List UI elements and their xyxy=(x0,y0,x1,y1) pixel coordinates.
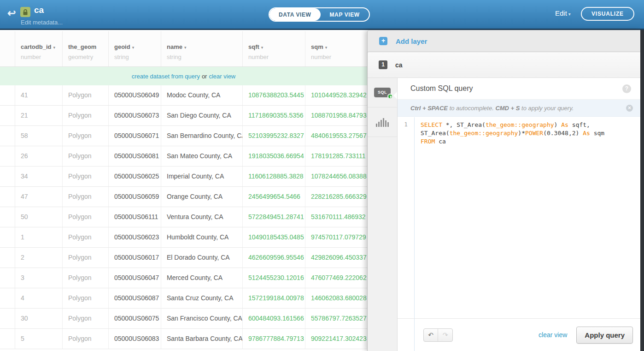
row-gutter-cell[interactable] xyxy=(0,167,15,186)
cell-name[interactable]: Humboldt County, CA xyxy=(161,227,243,247)
cell-the_geom[interactable]: Polygon xyxy=(63,85,109,105)
cell-cartodb_id[interactable]: 41 xyxy=(15,85,63,105)
cell-the_geom[interactable]: Polygon xyxy=(63,248,109,268)
row-gutter-cell[interactable] xyxy=(0,146,15,166)
close-icon[interactable]: ✕ xyxy=(626,105,633,112)
cell-cartodb_id[interactable]: 4 xyxy=(15,288,63,308)
help-icon[interactable]: ? xyxy=(622,84,631,93)
cell-sqft[interactable]: 1918035036.66954 xyxy=(243,146,305,166)
cell-geoid[interactable]: 05000US06073 xyxy=(109,106,161,125)
column-name[interactable]: the_geom xyxy=(68,43,96,50)
cell-cartodb_id[interactable]: 50 xyxy=(15,207,63,227)
column-header-the_geom[interactable]: the_geomgeometry xyxy=(63,31,109,66)
column-name[interactable]: sqm xyxy=(311,43,323,50)
clear-view-banner-link[interactable]: clear view xyxy=(209,73,235,80)
cell-cartodb_id[interactable]: 34 xyxy=(15,167,63,186)
cell-sqft[interactable]: 600484093.161566 xyxy=(243,309,305,328)
column-sort-caret-icon[interactable]: ▾ xyxy=(325,45,328,50)
row-gutter-cell[interactable] xyxy=(0,207,15,227)
cell-geoid[interactable]: 05000US06111 xyxy=(109,207,161,227)
cell-sqft[interactable]: 2456499654.5466 xyxy=(243,187,305,207)
cell-the_geom[interactable]: Polygon xyxy=(63,268,109,288)
cell-the_geom[interactable]: Polygon xyxy=(63,329,109,349)
cell-cartodb_id[interactable]: 21 xyxy=(15,106,63,125)
sql-code-editor[interactable]: 1 SELECT *, ST_Area(the_geom::geography)… xyxy=(398,117,640,318)
column-header-geoid[interactable]: geoid▾string xyxy=(109,31,161,66)
cell-name[interactable]: Imperial County, CA xyxy=(161,167,243,186)
tab-map-view[interactable]: MAP VIEW xyxy=(321,8,369,21)
cell-sqft[interactable]: 10876388203.5445 xyxy=(243,85,305,105)
cell-name[interactable]: San Diego County, CA xyxy=(161,106,243,125)
cell-geoid[interactable]: 05000US06083 xyxy=(109,329,161,349)
visualize-button[interactable]: VISUALIZE xyxy=(581,7,634,21)
column-name[interactable]: sqft xyxy=(248,43,259,50)
row-gutter-cell[interactable] xyxy=(0,106,15,125)
privacy-lock-icon[interactable] xyxy=(20,7,30,17)
cell-sqft[interactable]: 5722849451.28741 xyxy=(243,207,305,227)
tab-data-view[interactable]: DATA VIEW xyxy=(269,8,321,21)
cell-name[interactable]: San Francisco County, CA xyxy=(161,309,243,328)
row-gutter-cell[interactable] xyxy=(0,288,15,308)
cell-name[interactable]: San Mateo County, CA xyxy=(161,146,243,166)
dataset-title[interactable]: ca xyxy=(34,5,44,15)
cell-cartodb_id[interactable]: 3 xyxy=(15,268,63,288)
cell-the_geom[interactable]: Polygon xyxy=(63,146,109,166)
add-layer-plus-icon[interactable]: + xyxy=(379,37,387,45)
redo-button[interactable]: ↷ xyxy=(438,329,452,341)
cell-the_geom[interactable]: Polygon xyxy=(63,167,109,186)
cell-name[interactable]: San Bernardino County, CA xyxy=(161,126,243,146)
cell-name[interactable]: Santa Barbara County, CA xyxy=(161,329,243,349)
cell-the_geom[interactable]: Polygon xyxy=(63,227,109,247)
row-gutter-cell[interactable] xyxy=(0,248,15,268)
edit-metadata-link[interactable]: Edit metadata... xyxy=(21,19,63,26)
column-header-name[interactable]: name▾string xyxy=(161,31,243,66)
column-header-sqft[interactable]: sqft▾number xyxy=(243,31,305,66)
add-layer-button[interactable]: Add layer xyxy=(396,37,427,45)
cell-name[interactable]: Orange County, CA xyxy=(161,187,243,207)
cell-cartodb_id[interactable]: 58 xyxy=(15,126,63,146)
column-sort-caret-icon[interactable]: ▾ xyxy=(261,45,263,50)
row-gutter-cell[interactable] xyxy=(0,187,15,207)
cell-the_geom[interactable]: Polygon xyxy=(63,288,109,308)
row-gutter-cell[interactable] xyxy=(0,329,15,349)
cell-geoid[interactable]: 05000US06023 xyxy=(109,227,161,247)
create-dataset-from-query-link[interactable]: create dataset from query xyxy=(132,73,200,80)
cell-sqft[interactable]: 11718690355.5356 xyxy=(243,106,305,125)
undo-button[interactable]: ↶ xyxy=(424,329,438,341)
column-header-cartodb_id[interactable]: cartodb_id▾number xyxy=(15,31,63,66)
column-name[interactable]: cartodb_id xyxy=(21,43,51,50)
cell-geoid[interactable]: 05000US06025 xyxy=(109,167,161,186)
cell-geoid[interactable]: 05000US06047 xyxy=(109,268,161,288)
cell-sqft[interactable]: 10490185435.0485 xyxy=(243,227,305,247)
layer-header[interactable]: 1 ca xyxy=(368,52,640,78)
cell-name[interactable]: El Dorado County, CA xyxy=(161,248,243,268)
column-sort-caret-icon[interactable]: ▾ xyxy=(184,45,187,50)
column-sort-caret-icon[interactable]: ▾ xyxy=(132,45,135,50)
cell-cartodb_id[interactable]: 5 xyxy=(15,329,63,349)
cell-geoid[interactable]: 05000US06075 xyxy=(109,309,161,328)
column-name[interactable]: geoid xyxy=(114,43,130,50)
cell-sqft[interactable]: 9786777884.79713 xyxy=(243,329,305,349)
cell-sqft[interactable]: 5124455230.12016 xyxy=(243,268,305,288)
cell-geoid[interactable]: 05000US06017 xyxy=(109,248,161,268)
cell-sqft[interactable]: 52103995232.8327 xyxy=(243,126,305,146)
cell-cartodb_id[interactable]: 2 xyxy=(15,248,63,268)
row-gutter-cell[interactable] xyxy=(0,126,15,146)
apply-query-button[interactable]: Apply query xyxy=(576,327,633,344)
cell-cartodb_id[interactable]: 26 xyxy=(15,146,63,166)
cell-the_geom[interactable]: Polygon xyxy=(63,106,109,125)
row-gutter-cell[interactable] xyxy=(0,85,15,105)
cell-geoid[interactable]: 05000US06049 xyxy=(109,85,161,105)
clear-view-link[interactable]: clear view xyxy=(539,331,567,339)
cell-geoid[interactable]: 05000US06087 xyxy=(109,288,161,308)
cell-sqft[interactable]: 11606128885.3828 xyxy=(243,167,305,186)
cell-sqft[interactable]: 1572199184.00978 xyxy=(243,288,305,308)
row-gutter-cell[interactable] xyxy=(0,227,15,247)
row-gutter-cell[interactable] xyxy=(0,268,15,288)
row-gutter-cell[interactable] xyxy=(0,309,15,328)
back-arrow-icon[interactable]: ↩ xyxy=(7,8,16,18)
cell-geoid[interactable]: 05000US06059 xyxy=(109,187,161,207)
cell-the_geom[interactable]: Polygon xyxy=(63,207,109,227)
column-sort-caret-icon[interactable]: ▾ xyxy=(53,45,55,50)
tab-wizard[interactable] xyxy=(368,107,397,137)
